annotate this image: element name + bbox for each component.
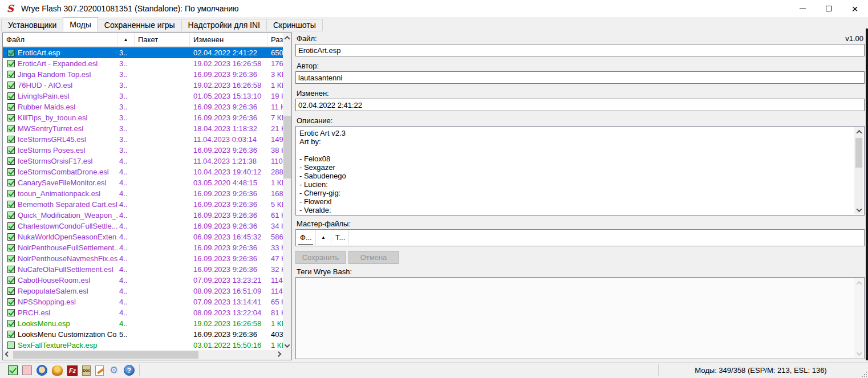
mod-row[interactable]: IceStorms Poses.esl3..16.09.2023 9:26:36… xyxy=(3,145,283,156)
mod-checkbox[interactable] xyxy=(7,92,15,100)
scroll-right-button[interactable] xyxy=(274,350,283,360)
masters-column-sort-indicator[interactable]: ▲ xyxy=(316,230,331,245)
mod-row[interactable]: LooksMenu.esp4..19.02.2023 16:26:581 КБ xyxy=(3,318,283,329)
tab-installers[interactable]: Установщики xyxy=(1,19,63,31)
mods-checked-icon[interactable] xyxy=(8,365,18,375)
mod-checkbox[interactable] xyxy=(7,179,15,186)
mod-row[interactable]: LivingIsPain.esl3..01.05.2023 15:13:1019… xyxy=(3,91,283,101)
author-field[interactable] xyxy=(295,71,865,84)
mod-checkbox[interactable] xyxy=(7,298,15,306)
horizontal-scroll-thumb[interactable] xyxy=(13,351,198,359)
scroll-left-button[interactable] xyxy=(3,350,12,360)
mod-checkbox[interactable] xyxy=(7,212,15,219)
mod-checkbox[interactable] xyxy=(7,309,15,316)
mod-row[interactable]: SexFallTexturePack.esp03.01.2022 15:50:1… xyxy=(3,340,283,350)
tab-ini-edits[interactable]: Надстройки для INI xyxy=(181,19,267,31)
mod-row[interactable]: NoirPenthouseNavmeshFix.esl4..16.09.2023… xyxy=(3,253,283,264)
mod-checkbox[interactable] xyxy=(7,103,15,111)
mod-row[interactable]: KillTips_by_tooun.esl3..16.09.2023 9:26:… xyxy=(3,112,283,123)
mod-row[interactable]: MWSentryTurret.esl3..18.04.2023 1:18:322… xyxy=(3,123,283,134)
mod-row[interactable]: EroticArt.esp3..02.04.2022 2:41:22650 xyxy=(3,47,283,58)
mod-row[interactable]: Jinga Random Top.esl3..16.09.2023 9:26:3… xyxy=(3,69,283,80)
mod-row[interactable]: NPSShopping.esl4..07.09.2023 13:14:4165 … xyxy=(3,296,283,307)
settings-gear-icon[interactable]: ⚙ xyxy=(108,365,119,376)
mod-checkbox[interactable] xyxy=(7,125,15,132)
mod-row[interactable]: LooksMenu Customization Co...5..16.09.20… xyxy=(3,329,283,340)
mods-unchecked-icon[interactable] xyxy=(22,365,32,375)
mod-checkbox[interactable] xyxy=(7,114,15,121)
mod-checkbox[interactable] xyxy=(7,49,15,56)
close-button[interactable]: × xyxy=(842,0,868,17)
mod-checkbox[interactable] xyxy=(7,136,15,143)
mod-row[interactable]: IceStormsGRL45.esl3..11.04.2023 0:03:141… xyxy=(3,134,283,145)
filezilla-icon[interactable]: Fz xyxy=(67,365,78,376)
file-field[interactable] xyxy=(295,44,865,56)
mod-row[interactable]: Bememoth Separated Cart.esl4..16.09.2023… xyxy=(3,199,283,210)
tab-screenshots[interactable]: Скриншоты xyxy=(266,19,323,31)
save-button[interactable]: Сохранить xyxy=(295,251,346,264)
column-modified[interactable]: Изменен xyxy=(190,33,267,46)
mod-row[interactable]: NoirPenthouseFullSettlement...4..16.09.2… xyxy=(3,242,283,253)
mod-list-vertical-scrollbar[interactable] xyxy=(283,33,291,350)
mod-row[interactable]: IceStormsCombatDrone.esl4..10.04.2023 19… xyxy=(3,166,283,177)
tab-saves[interactable]: Сохраненные игры xyxy=(98,19,182,31)
mod-checkbox[interactable] xyxy=(7,331,15,338)
readme-editor-icon[interactable] xyxy=(95,365,104,376)
mod-row[interactable]: PRCH.esl4..08.09.2023 13:22:0481 К xyxy=(3,307,283,318)
modified-field[interactable] xyxy=(295,99,865,111)
mod-row[interactable]: IceStormsOrsisF17.esl4..11.04.2023 1:21:… xyxy=(3,156,283,166)
mod-row[interactable]: CharlestownCondoFullSettle...4..16.09.20… xyxy=(3,221,283,231)
mod-checkbox[interactable] xyxy=(7,157,15,165)
mod-checkbox[interactable] xyxy=(7,201,15,208)
maximize-button[interactable] xyxy=(816,0,842,17)
game-launcher-icon[interactable] xyxy=(36,365,47,376)
bash-tags-box[interactable] xyxy=(295,277,865,359)
mod-row[interactable]: RepopulateSalem.esl4..08.09.2023 16:51:0… xyxy=(3,286,283,296)
masters-column-type[interactable]: Т... xyxy=(331,230,349,245)
description-scrollbar[interactable] xyxy=(854,127,863,214)
column-package[interactable]: Пакет xyxy=(135,33,190,46)
column-file[interactable]: Файл xyxy=(3,33,117,46)
vertical-scroll-thumb[interactable] xyxy=(855,138,862,168)
mod-row[interactable]: CabotHouseRoom.esl4..07.09.2023 13:23:21… xyxy=(3,275,283,286)
xedit-icon[interactable] xyxy=(52,365,63,376)
mod-row[interactable]: Quick_Modification_Weapon_...4..16.09.20… xyxy=(3,210,283,221)
scroll-up-button[interactable] xyxy=(283,33,291,42)
mod-checkbox[interactable] xyxy=(7,60,15,67)
mod-checkbox[interactable] xyxy=(7,342,15,349)
mod-row[interactable]: EroticArt - Expanded.esl3..19.02.2023 16… xyxy=(3,58,283,69)
scroll-up-button[interactable] xyxy=(854,127,863,136)
mod-checkbox[interactable] xyxy=(7,71,15,78)
mod-row[interactable]: Rubber Maids.esl3..16.09.2023 9:26:3611 … xyxy=(3,101,283,112)
column-size[interactable]: Разм xyxy=(267,33,283,46)
mod-row[interactable]: 76HUD - AIO.esl3..19.02.2023 16:26:581 К… xyxy=(3,80,283,91)
mod-checkbox[interactable] xyxy=(7,320,15,327)
mod-checkbox[interactable] xyxy=(7,147,15,154)
help-icon[interactable]: ? xyxy=(124,365,135,376)
column-sort-indicator[interactable]: ▲ xyxy=(117,33,135,46)
mod-checkbox[interactable] xyxy=(7,222,15,230)
masters-column-file[interactable]: Ф... xyxy=(296,230,316,245)
mod-checkbox[interactable] xyxy=(7,277,15,284)
cancel-button[interactable]: Отмена xyxy=(348,251,399,264)
mod-row[interactable]: NukaWorldOpenSeasonExten...4..06.09.2023… xyxy=(3,231,283,242)
mod-checkbox[interactable] xyxy=(7,266,15,273)
mod-row[interactable]: NuCafeOlaFullSettlement.esl4..16.09.2023… xyxy=(3,264,283,275)
mod-list-horizontal-scrollbar[interactable] xyxy=(3,350,283,360)
mod-checkbox[interactable] xyxy=(7,287,15,295)
scroll-down-button[interactable] xyxy=(854,205,863,214)
mod-checkbox[interactable] xyxy=(7,233,15,241)
scroll-down-button[interactable] xyxy=(283,341,291,350)
mod-row[interactable]: tooun_Animationpack.esl4..16.09.2023 9:2… xyxy=(3,188,283,199)
mod-checkbox[interactable] xyxy=(7,255,15,262)
mod-checkbox[interactable] xyxy=(7,244,15,251)
description-box[interactable]: Erotic Art v2.3 Art by: - Felox08 - Sexg… xyxy=(295,126,865,216)
doc-browser-icon[interactable]: Doc xyxy=(82,365,91,376)
tab-mods[interactable]: Моды xyxy=(63,17,98,31)
mod-checkbox[interactable] xyxy=(7,82,15,89)
mod-checkbox[interactable] xyxy=(7,190,15,197)
mod-checkbox[interactable] xyxy=(7,168,15,176)
mod-row[interactable]: CanarySaveFileMonitor.esl4..03.05.2020 4… xyxy=(3,177,283,188)
vertical-scroll-thumb[interactable] xyxy=(283,116,291,178)
minimize-button[interactable] xyxy=(789,0,816,17)
